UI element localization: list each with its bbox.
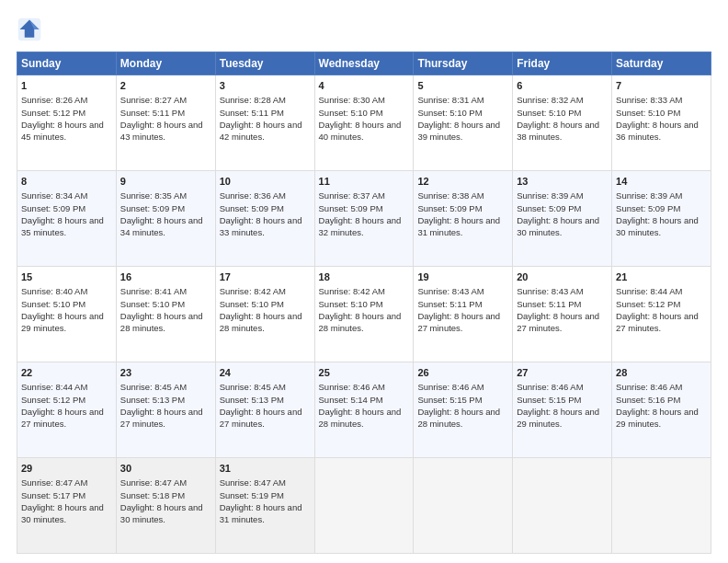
- day-number: 15: [21, 270, 112, 284]
- calendar-cell: 20Sunrise: 8:43 AMSunset: 5:11 PMDayligh…: [513, 267, 612, 362]
- week-row-3: 15Sunrise: 8:40 AMSunset: 5:10 PMDayligh…: [17, 267, 711, 362]
- day-info: Sunrise: 8:43 AMSunset: 5:11 PMDaylight:…: [517, 286, 599, 333]
- calendar-cell: 1Sunrise: 8:26 AMSunset: 5:12 PMDaylight…: [17, 75, 117, 171]
- calendar-cell: 31Sunrise: 8:47 AMSunset: 5:19 PMDayligh…: [215, 458, 314, 554]
- day-header-saturday: Saturday: [612, 52, 711, 75]
- calendar-cell: 25Sunrise: 8:46 AMSunset: 5:14 PMDayligh…: [314, 362, 414, 458]
- day-number: 27: [517, 366, 608, 380]
- day-header-tuesday: Tuesday: [215, 52, 314, 75]
- day-info: Sunrise: 8:47 AMSunset: 5:18 PMDaylight:…: [120, 477, 203, 524]
- calendar-cell: 12Sunrise: 8:38 AMSunset: 5:09 PMDayligh…: [414, 171, 513, 267]
- day-number: 17: [220, 270, 311, 284]
- day-number: 2: [120, 79, 211, 93]
- day-header-sunday: Sunday: [17, 52, 117, 75]
- calendar-cell: 2Sunrise: 8:27 AMSunset: 5:11 PMDaylight…: [116, 75, 215, 171]
- day-number: 9: [120, 175, 211, 189]
- day-info: Sunrise: 8:46 AMSunset: 5:14 PMDaylight:…: [319, 382, 402, 429]
- calendar-cell: 9Sunrise: 8:35 AMSunset: 5:09 PMDaylight…: [116, 171, 215, 267]
- day-info: Sunrise: 8:45 AMSunset: 5:13 PMDaylight:…: [220, 382, 302, 429]
- logo-icon: [17, 17, 42, 42]
- calendar-cell: 15Sunrise: 8:40 AMSunset: 5:10 PMDayligh…: [17, 267, 117, 362]
- day-number: 14: [616, 175, 707, 189]
- calendar-cell: [612, 458, 711, 554]
- day-header-monday: Monday: [116, 52, 215, 75]
- day-info: Sunrise: 8:36 AMSunset: 5:09 PMDaylight:…: [220, 190, 302, 237]
- day-info: Sunrise: 8:42 AMSunset: 5:10 PMDaylight:…: [220, 286, 302, 333]
- day-info: Sunrise: 8:28 AMSunset: 5:11 PMDaylight:…: [220, 95, 302, 142]
- day-info: Sunrise: 8:41 AMSunset: 5:10 PMDaylight:…: [120, 286, 203, 333]
- calendar-cell: 24Sunrise: 8:45 AMSunset: 5:13 PMDayligh…: [215, 362, 314, 458]
- calendar-cell: [314, 458, 414, 554]
- day-info: Sunrise: 8:47 AMSunset: 5:19 PMDaylight:…: [220, 477, 302, 524]
- calendar-cell: 6Sunrise: 8:32 AMSunset: 5:10 PMDaylight…: [513, 75, 612, 171]
- calendar-cell: [414, 458, 513, 554]
- day-number: 24: [220, 366, 311, 380]
- calendar-table: SundayMondayTuesdayWednesdayThursdayFrid…: [17, 52, 711, 554]
- day-number: 3: [220, 79, 311, 93]
- day-number: 19: [417, 270, 508, 284]
- day-info: Sunrise: 8:40 AMSunset: 5:10 PMDaylight:…: [21, 286, 104, 333]
- calendar-cell: 13Sunrise: 8:39 AMSunset: 5:09 PMDayligh…: [513, 171, 612, 267]
- day-number: 6: [517, 79, 608, 93]
- calendar-cell: 29Sunrise: 8:47 AMSunset: 5:17 PMDayligh…: [17, 458, 117, 554]
- day-info: Sunrise: 8:34 AMSunset: 5:09 PMDaylight:…: [21, 190, 104, 237]
- calendar-cell: 3Sunrise: 8:28 AMSunset: 5:11 PMDaylight…: [215, 75, 314, 171]
- day-number: 7: [616, 79, 707, 93]
- calendar-cell: 22Sunrise: 8:44 AMSunset: 5:12 PMDayligh…: [17, 362, 117, 458]
- day-number: 11: [319, 175, 410, 189]
- day-info: Sunrise: 8:39 AMSunset: 5:09 PMDaylight:…: [517, 190, 599, 237]
- day-info: Sunrise: 8:44 AMSunset: 5:12 PMDaylight:…: [21, 382, 104, 429]
- day-number: 21: [616, 270, 707, 284]
- day-number: 5: [417, 79, 508, 93]
- day-header-thursday: Thursday: [414, 52, 513, 75]
- day-info: Sunrise: 8:47 AMSunset: 5:17 PMDaylight:…: [21, 477, 104, 524]
- day-number: 10: [220, 175, 311, 189]
- day-header-friday: Friday: [513, 52, 612, 75]
- day-header-wednesday: Wednesday: [314, 52, 414, 75]
- day-number: 18: [319, 270, 410, 284]
- calendar-cell: 7Sunrise: 8:33 AMSunset: 5:10 PMDaylight…: [612, 75, 711, 171]
- day-info: Sunrise: 8:37 AMSunset: 5:09 PMDaylight:…: [319, 190, 402, 237]
- day-info: Sunrise: 8:46 AMSunset: 5:16 PMDaylight:…: [616, 382, 699, 429]
- calendar-cell: 14Sunrise: 8:39 AMSunset: 5:09 PMDayligh…: [612, 171, 711, 267]
- day-info: Sunrise: 8:46 AMSunset: 5:15 PMDaylight:…: [417, 382, 500, 429]
- logo: [17, 17, 46, 42]
- calendar-body: 1Sunrise: 8:26 AMSunset: 5:12 PMDaylight…: [17, 75, 711, 554]
- calendar-cell: 18Sunrise: 8:42 AMSunset: 5:10 PMDayligh…: [314, 267, 414, 362]
- day-info: Sunrise: 8:46 AMSunset: 5:15 PMDaylight:…: [517, 382, 599, 429]
- calendar-cell: 30Sunrise: 8:47 AMSunset: 5:18 PMDayligh…: [116, 458, 215, 554]
- day-number: 1: [21, 79, 112, 93]
- calendar-cell: 26Sunrise: 8:46 AMSunset: 5:15 PMDayligh…: [414, 362, 513, 458]
- day-info: Sunrise: 8:30 AMSunset: 5:10 PMDaylight:…: [319, 95, 402, 142]
- day-number: 25: [319, 366, 410, 380]
- day-number: 8: [21, 175, 112, 189]
- calendar-cell: 11Sunrise: 8:37 AMSunset: 5:09 PMDayligh…: [314, 171, 414, 267]
- day-info: Sunrise: 8:35 AMSunset: 5:09 PMDaylight:…: [120, 190, 203, 237]
- day-info: Sunrise: 8:44 AMSunset: 5:12 PMDaylight:…: [616, 286, 699, 333]
- day-number: 16: [120, 270, 211, 284]
- calendar-cell: 21Sunrise: 8:44 AMSunset: 5:12 PMDayligh…: [612, 267, 711, 362]
- day-number: 30: [120, 462, 211, 476]
- day-info: Sunrise: 8:33 AMSunset: 5:10 PMDaylight:…: [616, 95, 699, 142]
- day-number: 20: [517, 270, 608, 284]
- calendar-cell: 19Sunrise: 8:43 AMSunset: 5:11 PMDayligh…: [414, 267, 513, 362]
- day-info: Sunrise: 8:39 AMSunset: 5:09 PMDaylight:…: [616, 190, 699, 237]
- day-info: Sunrise: 8:32 AMSunset: 5:10 PMDaylight:…: [517, 95, 599, 142]
- day-info: Sunrise: 8:42 AMSunset: 5:10 PMDaylight:…: [319, 286, 402, 333]
- day-number: 26: [417, 366, 508, 380]
- day-number: 31: [220, 462, 311, 476]
- week-row-1: 1Sunrise: 8:26 AMSunset: 5:12 PMDaylight…: [17, 75, 711, 171]
- day-number: 13: [517, 175, 608, 189]
- calendar-cell: 8Sunrise: 8:34 AMSunset: 5:09 PMDaylight…: [17, 171, 117, 267]
- page: SundayMondayTuesdayWednesdayThursdayFrid…: [0, 0, 728, 563]
- day-number: 23: [120, 366, 211, 380]
- calendar-cell: 28Sunrise: 8:46 AMSunset: 5:16 PMDayligh…: [612, 362, 711, 458]
- header: [17, 17, 711, 42]
- calendar-cell: 16Sunrise: 8:41 AMSunset: 5:10 PMDayligh…: [116, 267, 215, 362]
- calendar-cell: 4Sunrise: 8:30 AMSunset: 5:10 PMDaylight…: [314, 75, 414, 171]
- calendar-cell: 10Sunrise: 8:36 AMSunset: 5:09 PMDayligh…: [215, 171, 314, 267]
- calendar-cell: 27Sunrise: 8:46 AMSunset: 5:15 PMDayligh…: [513, 362, 612, 458]
- day-number: 12: [417, 175, 508, 189]
- day-info: Sunrise: 8:45 AMSunset: 5:13 PMDaylight:…: [120, 382, 203, 429]
- calendar-cell: 17Sunrise: 8:42 AMSunset: 5:10 PMDayligh…: [215, 267, 314, 362]
